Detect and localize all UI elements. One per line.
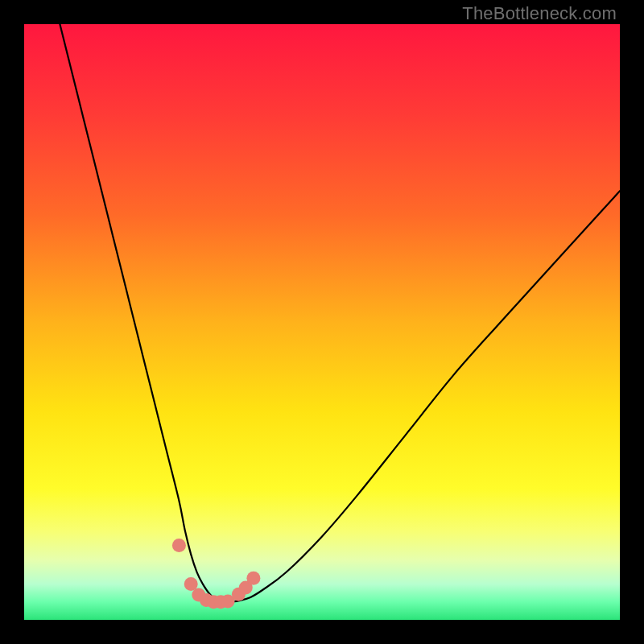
chart-frame: TheBottleneck.com <box>0 0 644 644</box>
watermark-text: TheBottleneck.com <box>462 3 617 24</box>
plot-area <box>24 24 620 620</box>
bottleneck-curve <box>60 24 620 602</box>
marker-point <box>172 539 186 552</box>
marker-point <box>246 572 260 585</box>
chart-svg <box>24 24 620 620</box>
